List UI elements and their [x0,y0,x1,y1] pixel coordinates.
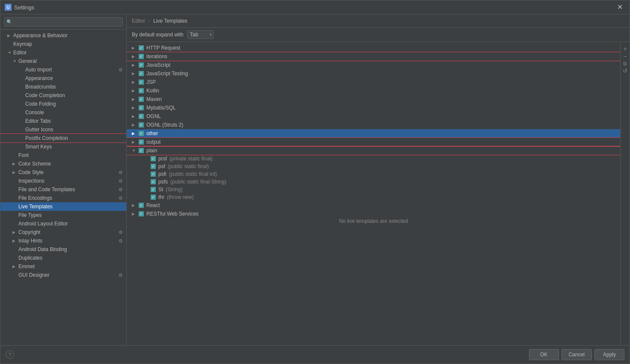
checkbox-http-request[interactable] [139,45,144,50]
reset-button[interactable]: ↺ [622,68,628,74]
group-plain[interactable]: ▼ plain [127,146,620,155]
checkbox-plain[interactable] [139,148,144,153]
sidebar-item-appearance-behavior[interactable]: ▶ Appearance & Behavior [0,31,126,40]
gear-icon: ⚙ [119,187,123,192]
group-ognl[interactable]: ▶ OGNL [127,112,620,121]
sidebar-item-label: Code Style [18,169,44,175]
sidebar-item-gui-designer[interactable]: GUI Designer ⚙ [0,271,126,279]
sidebar-item-file-code-templates[interactable]: File and Code Templates ⚙ [0,185,126,194]
sidebar-item-label: Breadcrumbs [25,84,56,90]
checkbox-ognl[interactable] [139,114,144,119]
sidebar-item-code-style[interactable]: ▶ Code Style ⚙ [0,168,126,177]
add-button[interactable]: + [623,45,627,52]
sidebar-item-editor[interactable]: ▼ Editor [0,48,126,57]
cancel-button[interactable]: Cancel [562,349,592,360]
sidebar-item-inspections[interactable]: Inspections ⚙ [0,177,126,185]
copy-button[interactable]: ⧉ [623,61,627,67]
group-javascript-testing[interactable]: ▶ JavaScript Testing [127,69,620,78]
checkbox-other[interactable] [139,131,144,136]
template-desc: (public static final int) [169,171,217,177]
expand-dropdown[interactable]: Tab Enter Space [187,30,214,39]
sidebar-item-font[interactable]: Font [0,151,126,160]
sidebar-item-breadcrumbs[interactable]: Breadcrumbs [0,83,126,91]
sidebar-item-code-folding[interactable]: Code Folding [0,100,126,108]
sidebar-item-smart-keys[interactable]: Smart Keys [0,142,126,151]
sidebar-item-keymap[interactable]: Keymap [0,40,126,48]
checkbox-st[interactable] [151,187,156,192]
sidebar-item-label: Console [25,109,44,115]
sidebar-item-code-completion[interactable]: Code Completion [0,91,126,100]
checkbox-javascript[interactable] [139,62,144,68]
remove-button[interactable]: − [623,53,627,60]
checkbox-mybatis-sql[interactable] [139,105,144,110]
sidebar-item-color-scheme[interactable]: ▶ Color Scheme [0,160,126,168]
group-other[interactable]: ▶ other [127,129,620,138]
group-jsp[interactable]: ▶ JSP [127,78,620,86]
sidebar-item-android-layout-editor[interactable]: Android Layout Editor [0,219,126,228]
template-item-st[interactable]: St (String) [127,186,620,193]
arrow-icon: ▶ [12,264,17,269]
checkbox-psfs[interactable] [151,179,156,184]
gear-icon: ⚙ [119,170,123,175]
group-label: JavaScript [146,62,170,68]
sidebar-item-copyright[interactable]: ▶ Copyright ⚙ [0,228,126,237]
arrow-icon: ▶ [7,33,12,38]
checkbox-psfi[interactable] [151,172,156,177]
sidebar-item-label: Gutter Icons [25,127,53,133]
group-kotlin[interactable]: ▶ Kotlin [127,86,620,95]
search-input[interactable] [4,17,123,27]
group-react[interactable]: ▶ React [127,201,620,210]
checkbox-javascript-testing[interactable] [139,71,144,76]
sidebar-item-live-templates[interactable]: Live Templates [0,202,126,211]
checkbox-react[interactable] [139,203,144,208]
main-content: 🔍 ▶ Appearance & Behavior Keymap ▼ [0,15,630,345]
group-restful-ws[interactable]: ▶ RESTful Web Services [127,210,620,218]
apply-button[interactable]: Apply [594,349,624,360]
sidebar-item-console[interactable]: Console [0,108,126,117]
close-button[interactable]: ✕ [615,3,625,12]
sidebar-item-auto-import[interactable]: Auto Import ⚙ [0,65,126,74]
template-item-psfi[interactable]: psfi (public static final int) [127,170,620,178]
checkbox-ognl-struts[interactable] [139,122,144,127]
sidebar-item-editor-tabs[interactable]: Editor Tabs [0,117,126,125]
sidebar-item-appearance[interactable]: Appearance [0,74,126,83]
sidebar-item-android-data-binding[interactable]: Android Data Binding [0,245,126,254]
template-item-psfs[interactable]: psfs (public static final String) [127,178,620,186]
sidebar-item-gutter-icons[interactable]: Gutter Icons [0,125,126,134]
gear-icon: ⚙ [119,67,123,73]
sidebar-item-duplicates[interactable]: Duplicates [0,254,126,262]
checkbox-output[interactable] [139,139,144,145]
template-item-psf[interactable]: psf (public static final) [127,163,620,170]
checkbox-psf[interactable] [151,164,156,169]
checkbox-maven[interactable] [139,97,144,102]
sidebar-item-file-encodings[interactable]: File Encodings ⚙ [0,194,126,202]
group-maven[interactable]: ▶ Maven [127,95,620,104]
template-item-prsf[interactable]: prsf (private static final) [127,155,620,163]
checkbox-kotlin[interactable] [139,88,144,93]
checkbox-restful-ws[interactable] [139,211,144,216]
sidebar-item-inlay-hints[interactable]: ▶ Inlay Hints ⚙ [0,237,126,245]
sidebar-item-file-types[interactable]: File Types [0,211,126,219]
sidebar: 🔍 ▶ Appearance & Behavior Keymap ▼ [0,15,127,345]
template-item-thr[interactable]: thr (throw new) [127,193,620,201]
ok-button[interactable]: OK [529,349,559,360]
sidebar-item-label: Keymap [13,41,32,47]
group-http-request[interactable]: ▶ HTTP Request [127,44,620,52]
group-javascript[interactable]: ▶ JavaScript [127,61,620,69]
checkbox-iterations[interactable] [139,54,144,59]
checkbox-jsp[interactable] [139,80,144,85]
breadcrumb-parent: Editor [132,18,145,24]
group-ognl-struts[interactable]: ▶ OGNL (Struts 2) [127,121,620,129]
sidebar-item-postfix-completion[interactable]: Postfix Completion [0,134,126,142]
group-output[interactable]: ▶ output [127,138,620,146]
sidebar-item-emmet[interactable]: ▶ Emmet [0,262,126,271]
checkbox-thr[interactable] [151,195,156,200]
group-iterations[interactable]: ▶ iterations [127,52,620,61]
group-mybatis-sql[interactable]: ▶ Mybatis/SQL [127,104,620,112]
arrow-icon: ▼ [132,148,136,153]
checkbox-prsf[interactable] [151,156,156,161]
group-label: React [146,202,160,208]
template-desc: (private static final) [169,156,213,162]
sidebar-item-general[interactable]: ▼ General [0,57,126,65]
help-button[interactable]: ? [6,350,14,359]
